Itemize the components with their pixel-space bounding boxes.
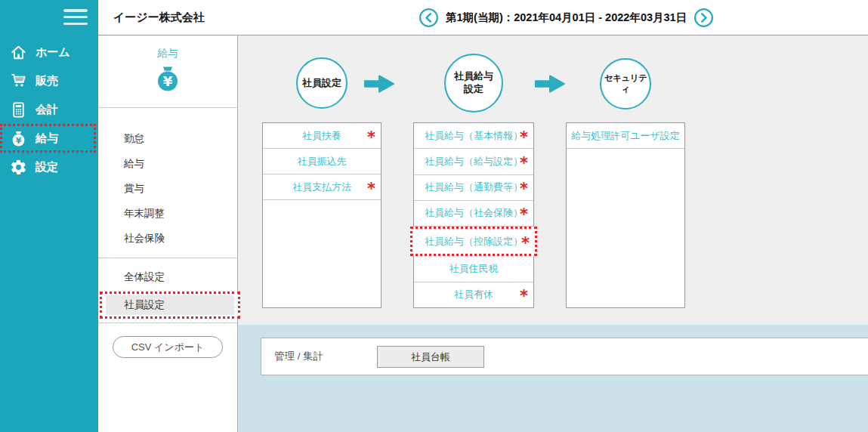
svg-text:¥: ¥ bbox=[15, 135, 21, 145]
sidebar: ホーム 販売 会計 ¥ 給与 bbox=[0, 0, 98, 432]
link-employee-dependents[interactable]: 社員扶養 * bbox=[263, 123, 381, 149]
link-label: 社員給与（社会保険） bbox=[425, 206, 523, 220]
cart-icon bbox=[9, 72, 27, 90]
submenu-header-label: 給与 bbox=[157, 47, 178, 60]
payroll-submenu-panel: 給与 ¥ 勤怠 給与 賞与 年末調整 社会保険 全体設定 社員設定 CSV イン… bbox=[98, 35, 238, 432]
required-marker: * bbox=[367, 181, 375, 196]
submenu-group-settings: 全体設定 社員設定 bbox=[98, 264, 237, 319]
submenu-group-main: 勤怠 給与 賞与 年末調整 社会保険 bbox=[98, 126, 237, 251]
money-bag-icon: ¥ bbox=[153, 64, 182, 96]
link-employee-payroll-commuting[interactable]: 社員給与（通勤費等） * bbox=[414, 175, 533, 201]
hamburger-icon[interactable] bbox=[63, 9, 88, 25]
sidebar-item-sales[interactable]: 販売 bbox=[0, 66, 98, 95]
main-content: 社員設定 社員給与 設定 セキュリティ 社員扶養 * 社員振込先 bbox=[238, 35, 868, 432]
link-employee-payroll-deduction-settings[interactable]: 社員給与（控除設定） * bbox=[410, 227, 537, 256]
sidebar-nav: ホーム 販売 会計 ¥ 給与 bbox=[0, 38, 98, 181]
next-period-button[interactable] bbox=[693, 8, 714, 28]
home-icon bbox=[9, 43, 27, 61]
arrow-right-icon bbox=[534, 74, 566, 97]
sidebar-item-label: ホーム bbox=[36, 45, 70, 60]
panel-empty-space bbox=[567, 149, 684, 307]
link-employee-payroll-salary-settings[interactable]: 社員給与（給与設定） * bbox=[414, 149, 533, 174]
link-employee-payment-method[interactable]: 社員支払方法 * bbox=[263, 174, 381, 200]
flow-step-label: 社員設定 bbox=[302, 77, 341, 90]
link-label: 社員給与（給与設定） bbox=[425, 155, 523, 168]
link-label: 社員給与（基本情報） bbox=[425, 129, 523, 143]
employee-ledger-button[interactable]: 社員台帳 bbox=[377, 346, 484, 368]
submenu-header: 給与 ¥ bbox=[98, 35, 237, 108]
fiscal-period-selector: 第1期(当期)：2021年04月01日 - 2022年03月31日 bbox=[419, 0, 714, 35]
link-employee-payroll-social-insurance[interactable]: 社員給与（社会保険） * bbox=[414, 201, 533, 227]
previous-period-button[interactable] bbox=[419, 8, 439, 28]
submenu-item-bonus[interactable]: 賞与 bbox=[98, 176, 237, 201]
svg-text:¥: ¥ bbox=[163, 73, 173, 89]
flow-step-label: 社員給与 bbox=[454, 70, 493, 83]
divider bbox=[98, 322, 237, 323]
link-label: 社員住民税 bbox=[449, 262, 499, 276]
flow-step-employee-settings: 社員設定 bbox=[296, 57, 348, 109]
gear-icon bbox=[9, 158, 27, 176]
panel-security: 給与処理許可ユーザ設定 bbox=[566, 122, 685, 308]
required-marker: * bbox=[521, 235, 530, 251]
csv-import-button[interactable]: CSV インポート bbox=[113, 336, 223, 358]
panel-empty-space bbox=[263, 200, 381, 307]
link-label: 社員振込先 bbox=[298, 155, 347, 168]
sidebar-item-home[interactable]: ホーム bbox=[0, 38, 98, 66]
link-payroll-authorized-user-settings[interactable]: 給与処理許可ユーザ設定 bbox=[567, 123, 684, 149]
bottom-zone: 管理 / 集計 社員台帳 bbox=[238, 325, 868, 432]
top-bar: イージー株式会社 第1期(当期)：2021年04月01日 - 2022年03月3… bbox=[98, 0, 868, 35]
link-employee-resident-tax[interactable]: 社員住民税 bbox=[414, 256, 533, 282]
link-label: 社員扶養 bbox=[302, 129, 341, 143]
required-marker: * bbox=[520, 181, 528, 197]
sidebar-item-label: 販売 bbox=[36, 74, 58, 88]
sidebar-item-label: 会計 bbox=[36, 103, 58, 117]
fiscal-period-label: 第1期(当期)：2021年04月01日 - 2022年03月31日 bbox=[446, 11, 687, 25]
management-bar: 管理 / 集計 社員台帳 bbox=[261, 338, 868, 375]
required-marker: * bbox=[520, 207, 528, 223]
flow-step-label: 設定 bbox=[464, 83, 483, 96]
app-window: ホーム 販売 会計 ¥ 給与 bbox=[0, 0, 868, 432]
required-marker: * bbox=[520, 289, 528, 304]
flow-step-employee-payroll-settings: 社員給与 設定 bbox=[444, 54, 503, 113]
arrow-right-icon bbox=[363, 74, 395, 97]
submenu-item-global-settings[interactable]: 全体設定 bbox=[98, 264, 237, 289]
panel-employee-settings: 社員扶養 * 社員振込先 社員支払方法 * bbox=[262, 122, 381, 308]
link-employee-bank-transfer[interactable]: 社員振込先 bbox=[263, 149, 381, 174]
link-label: 社員支払方法 bbox=[292, 181, 351, 194]
sidebar-item-label: 設定 bbox=[36, 160, 58, 174]
sidebar-item-settings[interactable]: 設定 bbox=[0, 153, 98, 181]
annotation-highlight-employee-settings: 社員設定 bbox=[100, 292, 240, 319]
calculator-icon bbox=[9, 100, 27, 119]
money-bag-icon: ¥ bbox=[9, 129, 27, 147]
company-title: イージー株式会社 bbox=[113, 11, 205, 25]
flow-step-label: セキュリティ bbox=[601, 73, 650, 95]
panel-employee-payroll-settings: 社員給与（基本情報） * 社員給与（給与設定） * 社員給与（通勤費等） * 社… bbox=[413, 122, 534, 308]
submenu-item-attendance[interactable]: 勤怠 bbox=[98, 126, 237, 151]
required-marker: * bbox=[520, 156, 528, 171]
link-employee-payroll-basic-info[interactable]: 社員給与（基本情報） * bbox=[414, 123, 533, 149]
divider bbox=[98, 258, 237, 258]
sidebar-item-payroll[interactable]: ¥ 給与 bbox=[0, 124, 96, 153]
sidebar-item-accounting[interactable]: 会計 bbox=[0, 95, 98, 124]
flow-step-security: セキュリティ bbox=[600, 58, 651, 110]
submenu-item-employee-settings[interactable]: 社員設定 bbox=[106, 295, 234, 315]
sidebar-item-label: 給与 bbox=[36, 131, 58, 146]
link-label: 社員有休 bbox=[454, 288, 493, 301]
required-marker: * bbox=[367, 129, 375, 145]
link-label: 社員給与（通勤費等） bbox=[425, 181, 523, 194]
chevron-left-icon bbox=[419, 8, 439, 28]
submenu-item-year-end-adjustment[interactable]: 年末調整 bbox=[98, 201, 237, 226]
submenu-item-social-insurance[interactable]: 社会保険 bbox=[98, 226, 237, 251]
required-marker: * bbox=[520, 129, 528, 145]
management-bar-label: 管理 / 集計 bbox=[274, 350, 323, 363]
link-label: 社員給与（控除設定） bbox=[425, 235, 523, 248]
submenu-item-salary[interactable]: 給与 bbox=[98, 151, 237, 176]
chevron-right-icon bbox=[693, 8, 714, 28]
link-label: 給与処理許可ユーザ設定 bbox=[571, 129, 680, 143]
link-employee-paid-leave[interactable]: 社員有休 * bbox=[414, 282, 533, 307]
